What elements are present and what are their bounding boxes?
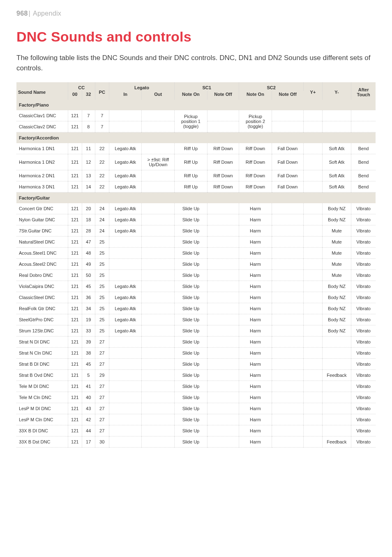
sc2-noteoff-cell: Fall Down	[272, 170, 303, 181]
pc-cell: 25	[95, 270, 109, 281]
cc32-cell: 11	[82, 143, 95, 154]
sc1-noteoff-cell	[207, 314, 239, 325]
sound-name-cell: Tele M Cln DNC	[16, 392, 68, 403]
th-sc2-noteon: Note On	[239, 91, 272, 100]
th-pc: PC	[95, 82, 109, 100]
legato-in-cell: Legato Atk	[109, 214, 142, 225]
yminus-cell	[322, 425, 351, 436]
sc1-noteon-cell: Slide Up	[175, 337, 208, 348]
after-cell: Vibrato	[351, 414, 376, 425]
yplus-cell	[304, 314, 323, 325]
sc1-noteon-cell: Riff Up	[175, 170, 208, 181]
th-after: After Touch	[351, 82, 376, 100]
sc2-noteon-cell: Harm	[239, 359, 272, 370]
cc32-cell: 42	[82, 414, 95, 425]
sc2-noteoff-cell	[272, 337, 303, 348]
sc1-noteoff-cell	[207, 325, 239, 337]
cc00-cell: 121	[68, 381, 82, 392]
sc2-noteon-cell: Harm	[239, 214, 272, 225]
after-cell: Vibrato	[351, 214, 376, 225]
legato-out-cell	[142, 314, 175, 325]
legato-out-cell	[142, 414, 175, 425]
table-row: LesP M Cln DNC1214227Slide UpHarmVibrato	[16, 414, 376, 425]
table-row: Harmonica 2 DN11211322Legato AtkRiff UpR…	[16, 170, 376, 181]
after-cell: Vibrato	[351, 270, 376, 281]
pc-cell: 27	[95, 359, 109, 370]
th-legin: In	[109, 91, 142, 100]
cc32-cell: 18	[82, 214, 95, 225]
legato-out-cell	[142, 248, 175, 259]
pc-cell: 27	[95, 392, 109, 403]
table-row: Tele M Cln DNC1214027Slide UpHarmVibrato	[16, 392, 376, 403]
after-cell: Vibrato	[351, 370, 376, 381]
sc2-noteoff-cell	[272, 436, 303, 448]
table-row: Harmonica 1 DN21211222Legato Atk> ±9st: …	[16, 154, 376, 170]
sc1-noteon-cell: Slide Up	[175, 248, 208, 259]
legato-in-cell	[109, 237, 142, 248]
cc00-cell: 121	[68, 303, 82, 314]
legato-out-cell	[142, 121, 175, 132]
sc2-noteoff-cell	[272, 403, 303, 414]
yplus-cell	[304, 154, 323, 170]
th-yminus: Y-	[322, 82, 351, 100]
sc2-noteon-cell: Harm	[239, 270, 272, 281]
cc00-cell: 121	[68, 359, 82, 370]
sc2-noteoff-cell	[272, 325, 303, 337]
after-cell: Bend	[351, 143, 376, 154]
cc00-cell: 121	[68, 325, 82, 337]
cc32-cell: 45	[82, 359, 95, 370]
after-cell: Vibrato	[351, 392, 376, 403]
legato-out-cell	[142, 181, 175, 193]
legato-out-cell	[142, 425, 175, 436]
yplus-cell	[304, 392, 323, 403]
sc2-noteoff-cell	[272, 259, 303, 270]
yminus-cell: Body NZ	[322, 281, 351, 292]
yplus-cell	[304, 259, 323, 270]
pc-cell: 7	[95, 121, 109, 132]
sc2-noteoff-cell	[272, 414, 303, 425]
sc1-noteoff-cell	[207, 414, 239, 425]
cc32-cell: 50	[82, 270, 95, 281]
after-cell: Bend	[351, 154, 376, 170]
pc-cell: 27	[95, 414, 109, 425]
section-label: Factory/Accordion	[16, 132, 376, 144]
sc2-noteon-cell: Riff Down	[239, 170, 272, 181]
pc-cell: 25	[95, 292, 109, 303]
sc1-noteoff-cell	[207, 381, 239, 392]
yminus-cell: Feedback	[322, 436, 351, 448]
yminus-cell	[322, 414, 351, 425]
cc32-cell: 45	[82, 281, 95, 292]
sc2-noteon-cell: Harm	[239, 348, 272, 359]
table-row: Nylon Guitar DNC1211824Legato AtkSlide U…	[16, 214, 376, 225]
table-row: Tele M DI DNC1214127Slide UpHarmVibrato	[16, 381, 376, 392]
section-label: Factory/Guitar	[16, 193, 376, 204]
table-row: 33X B Dst DNC1211730Slide UpHarmFeedback…	[16, 436, 376, 448]
page-header: 968| Appendix	[16, 10, 376, 17]
pc-cell: 24	[95, 203, 109, 214]
cc32-cell: 33	[82, 325, 95, 337]
th-sc2: SC2	[239, 82, 304, 91]
table-row: Strat B Ovd DNC121529Slide UpHarmFeedbac…	[16, 370, 376, 381]
pc-cell: 25	[95, 303, 109, 314]
legato-in-cell: Legato Atk	[109, 303, 142, 314]
legato-out-cell	[142, 303, 175, 314]
sc2-noteoff-cell	[272, 381, 303, 392]
legato-out-cell	[142, 403, 175, 414]
cc32-cell: 39	[82, 337, 95, 348]
yminus-cell: Mute	[322, 270, 351, 281]
sc2-noteon-cell: Harm	[239, 303, 272, 314]
legato-out-cell	[142, 225, 175, 237]
sc1-noteoff-cell	[207, 110, 239, 121]
after-cell: Vibrato	[351, 403, 376, 414]
after-cell: Bend	[351, 181, 376, 193]
sc1-noteon-cell: Slide Up	[175, 381, 208, 392]
pc-cell: 25	[95, 248, 109, 259]
yminus-cell: Soft Atk	[322, 181, 351, 193]
sc1-noteoff-cell	[207, 436, 239, 448]
legato-in-cell: Legato Atk	[109, 154, 142, 170]
sound-name-cell: Strat B DI DNC	[16, 359, 68, 370]
cc00-cell: 121	[68, 436, 82, 448]
sc1-noteon-cell: Slide Up	[175, 436, 208, 448]
after-cell: Vibrato	[351, 314, 376, 325]
sc2-noteon-cell: Harm	[239, 248, 272, 259]
